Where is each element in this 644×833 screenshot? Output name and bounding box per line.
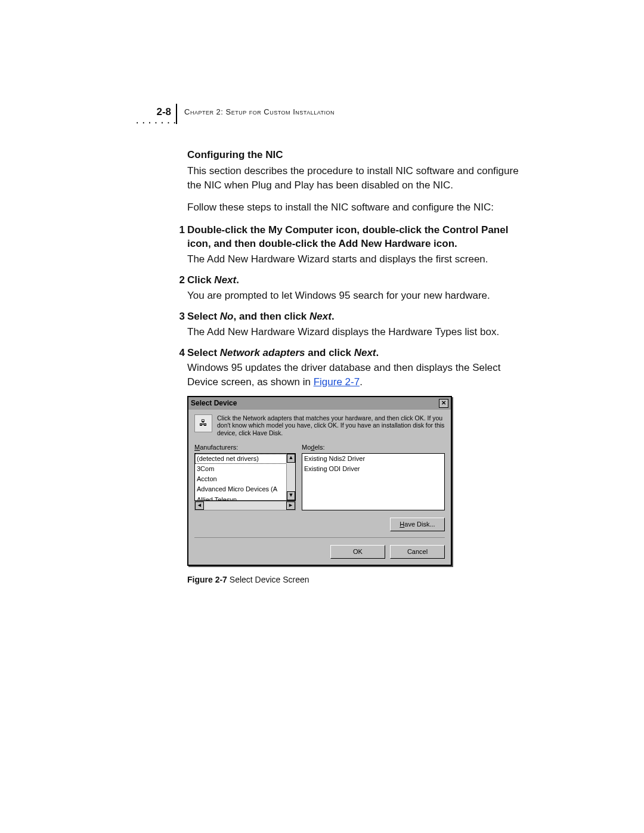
follow-paragraph: Follow these steps to install the NIC so… (187, 200, 521, 214)
list-item[interactable]: Existing Ndis2 Driver (302, 454, 444, 464)
have-disk-row: Have Disk... (194, 518, 445, 531)
step-body: You are prompted to let Windows 95 searc… (187, 289, 521, 302)
ok-button[interactable]: OK (330, 545, 385, 559)
select-device-dialog: Select Device ✕ 🖧 Click the Network adap… (187, 396, 452, 566)
models-label: Models: (302, 443, 445, 452)
scroll-left-icon[interactable]: ◄ (195, 501, 204, 510)
step-number: 4 (173, 346, 185, 360)
figure-caption: Figure 2-7 Select Device Screen (187, 574, 521, 586)
step-2: 2 Click Next. You are prompted to let Wi… (187, 273, 521, 302)
list-item[interactable]: 3Com (195, 464, 295, 474)
page-number-text: 2-8 (156, 106, 171, 117)
step-body: The Add New Hardware Wizard displays the… (187, 325, 521, 339)
network-adapter-icon: 🖧 (194, 414, 212, 432)
dialog-separator (194, 537, 445, 538)
chapter-label: Chapter 2: Setup for Custom Installation (184, 107, 335, 116)
list-item[interactable]: Existing ODI Driver (302, 464, 444, 474)
step-heading: Double-click the My Computer icon, doubl… (187, 223, 521, 251)
step-1: 1 Double-click the My Computer icon, dou… (187, 223, 521, 266)
step-heading: Click Next. (187, 273, 521, 287)
dialog-description-row: 🖧 Click the Network adapters that matche… (194, 414, 445, 437)
have-disk-button[interactable]: Have Disk... (390, 518, 445, 531)
step-body: The Add New Hardware Wizard starts and d… (187, 252, 521, 266)
manufacturers-label: Manufacturers: (194, 443, 296, 452)
step-4: 4 Select Network adapters and click Next… (187, 346, 521, 389)
cancel-button[interactable]: Cancel (390, 545, 445, 559)
scroll-up-icon[interactable]: ▲ (287, 454, 295, 463)
dialog-title-bar: Select Device ✕ (188, 397, 451, 410)
models-column: Models: Existing Ndis2 Driver Existing O… (302, 443, 445, 510)
list-item[interactable]: Allied Telesyn (195, 495, 295, 501)
dialog-button-row: OK Cancel (194, 545, 445, 559)
body-column: Configuring the NIC This section describ… (187, 148, 521, 586)
manufacturers-column: Manufacturers: (detected net drivers) 3C… (194, 443, 296, 510)
decorative-dots: ······· (135, 118, 178, 128)
dialog-list-row: Manufacturers: (detected net drivers) 3C… (194, 443, 445, 510)
chapter-running-head: Chapter 2: Setup for Custom Installation (184, 107, 335, 116)
manufacturers-listbox[interactable]: (detected net drivers) 3Com Accton Advan… (194, 453, 296, 501)
step-heading: Select Network adapters and click Next. (187, 346, 521, 360)
figure-number: Figure 2-7 (187, 575, 227, 584)
dialog-title-text: Select Device (191, 398, 237, 408)
scroll-down-icon[interactable]: ▼ (287, 491, 295, 500)
dialog-body: 🖧 Click the Network adapters that matche… (188, 410, 451, 565)
step-body: Windows 95 updates the driver database a… (187, 361, 521, 389)
figure-reference-link[interactable]: Figure 2-7 (314, 376, 360, 388)
scroll-right-icon[interactable]: ► (286, 501, 295, 510)
figure-caption-text: Select Device Screen (227, 575, 309, 584)
close-icon[interactable]: ✕ (439, 399, 448, 408)
list-item[interactable]: Advanced Micro Devices (A (195, 484, 295, 494)
step-number: 3 (173, 309, 185, 323)
step-number: 2 (173, 273, 185, 287)
step-heading: Select No, and then click Next. (187, 309, 521, 323)
step-list: 1 Double-click the My Computer icon, dou… (187, 223, 521, 389)
list-item[interactable]: Accton (195, 474, 295, 484)
intro-paragraph: This section describes the procedure to … (187, 164, 521, 192)
vertical-scrollbar[interactable]: ▲ ▼ (286, 454, 295, 500)
list-item[interactable]: (detected net drivers) (195, 454, 295, 464)
dialog-description: Click the Network adapters that matches … (217, 414, 445, 437)
document-page: 2-8 Chapter 2: Setup for Custom Installa… (0, 0, 644, 833)
step-number: 1 (173, 223, 185, 237)
horizontal-scrollbar[interactable]: ◄ ► (194, 501, 296, 510)
section-heading: Configuring the NIC (187, 148, 521, 162)
models-listbox[interactable]: Existing Ndis2 Driver Existing ODI Drive… (302, 453, 445, 510)
step-3: 3 Select No, and then click Next. The Ad… (187, 309, 521, 339)
